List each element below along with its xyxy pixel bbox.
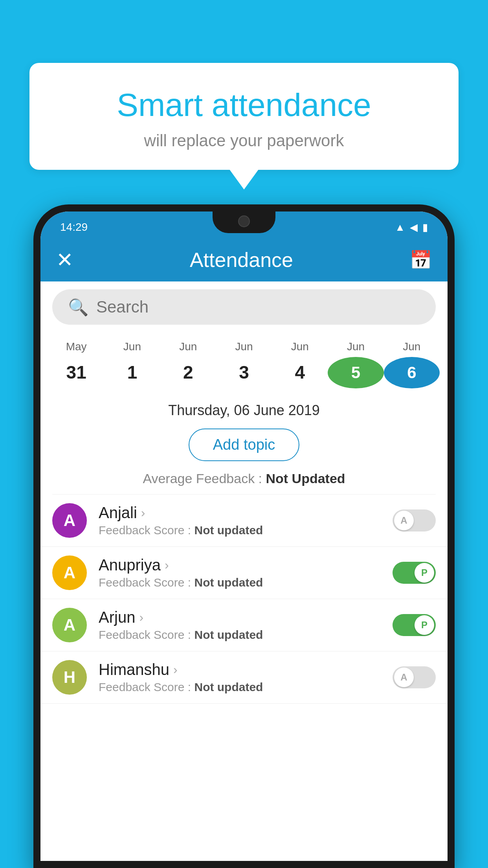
student-name-anupriya: Anupriya › [99,556,393,574]
avatar-arjun: A [52,608,87,642]
student-info-arjun: Arjun › Feedback Score : Not updated [99,609,393,642]
student-feedback-himanshu: Feedback Score : Not updated [99,680,393,694]
close-button[interactable]: ✕ [56,248,73,272]
average-feedback: Average Feedback : Not Updated [40,467,448,494]
student-item-anjali[interactable]: A Anjali › Feedback Score : Not updated … [40,495,448,547]
toggle-anjali[interactable]: A [393,509,436,531]
avatar-himanshu: H [52,660,87,695]
wifi-icon: ▲ [395,221,405,234]
month-5[interactable]: Jun [328,340,383,353]
student-item-arjun[interactable]: A Arjun › Feedback Score : Not updated P [40,599,448,651]
toggle-container-himanshu[interactable]: A [393,666,436,688]
status-time: 14:29 [60,221,88,234]
toggle-himanshu[interactable]: A [393,666,436,688]
selected-date-label: Thursday, 06 June 2019 [40,396,448,425]
toggle-arjun[interactable]: P [393,614,436,636]
calendar-dates-row: 31 1 2 3 4 5 6 [40,355,448,396]
status-icons: ▲ ◀ ▮ [395,221,428,234]
toggle-container-anjali[interactable]: A [393,509,436,531]
speech-bubble: Smart attendance will replace your paper… [29,63,459,170]
toggle-container-arjun[interactable]: P [393,614,436,636]
month-6[interactable]: Jun [384,340,440,353]
toggle-container-anupriya[interactable]: P [393,562,436,584]
chevron-icon: › [139,610,143,625]
phone-camera [238,215,250,227]
chevron-icon: › [165,558,169,572]
bubble-title: Smart attendance [53,86,435,123]
calendar-months-row: May Jun Jun Jun Jun Jun Jun [40,333,448,355]
date-4[interactable]: 4 [272,357,328,388]
student-name-himanshu: Himanshu › [99,661,393,679]
student-name-anjali: Anjali › [99,504,393,522]
toggle-knob-anjali: A [394,511,414,530]
month-1[interactable]: Jun [104,340,160,353]
avatar-anupriya: A [52,555,87,590]
month-3[interactable]: Jun [216,340,272,353]
app-bar: ✕ Attendance 📅 [40,238,448,281]
student-list: A Anjali › Feedback Score : Not updated … [40,495,448,704]
month-2[interactable]: Jun [160,340,216,353]
student-name-arjun: Arjun › [99,609,393,626]
avg-feedback-label: Average Feedback : [143,471,266,486]
student-feedback-arjun: Feedback Score : Not updated [99,628,393,642]
date-2[interactable]: 2 [160,357,216,388]
phone-screen: 14:29 ▲ ◀ ▮ ✕ Attendance 📅 🔍 May Jun Jun… [40,211,448,861]
toggle-knob-arjun: P [415,615,434,635]
date-3[interactable]: 3 [216,357,272,388]
search-icon: 🔍 [68,298,88,317]
toggle-knob-himanshu: A [394,668,414,687]
avg-feedback-value: Not Updated [266,471,345,486]
avatar-anjali: A [52,503,87,538]
date-31[interactable]: 31 [48,357,104,388]
app-bar-title: Attendance [190,248,293,272]
date-5-today[interactable]: 5 [328,357,383,388]
search-input[interactable] [96,298,420,316]
toggle-knob-anupriya: P [415,563,434,583]
student-item-anupriya[interactable]: A Anupriya › Feedback Score : Not update… [40,547,448,599]
student-feedback-anjali: Feedback Score : Not updated [99,524,393,537]
chevron-icon: › [173,662,178,677]
student-info-anjali: Anjali › Feedback Score : Not updated [99,504,393,537]
date-6-selected[interactable]: 6 [384,357,440,388]
chevron-icon: › [141,506,145,520]
bubble-subtitle: will replace your paperwork [53,131,435,150]
student-info-himanshu: Himanshu › Feedback Score : Not updated [99,661,393,694]
toggle-anupriya[interactable]: P [393,562,436,584]
phone-frame: 14:29 ▲ ◀ ▮ ✕ Attendance 📅 🔍 May Jun Jun… [33,204,455,868]
calendar-icon[interactable]: 📅 [409,249,432,270]
student-item-himanshu[interactable]: H Himanshu › Feedback Score : Not update… [40,651,448,704]
student-info-anupriya: Anupriya › Feedback Score : Not updated [99,556,393,589]
month-0[interactable]: May [48,340,104,353]
date-1[interactable]: 1 [104,357,160,388]
signal-icon: ◀ [410,221,418,234]
add-topic-button[interactable]: Add topic [189,428,299,461]
search-bar[interactable]: 🔍 [52,289,436,325]
month-4[interactable]: Jun [272,340,328,353]
battery-icon: ▮ [422,221,428,234]
student-feedback-anupriya: Feedback Score : Not updated [99,576,393,589]
